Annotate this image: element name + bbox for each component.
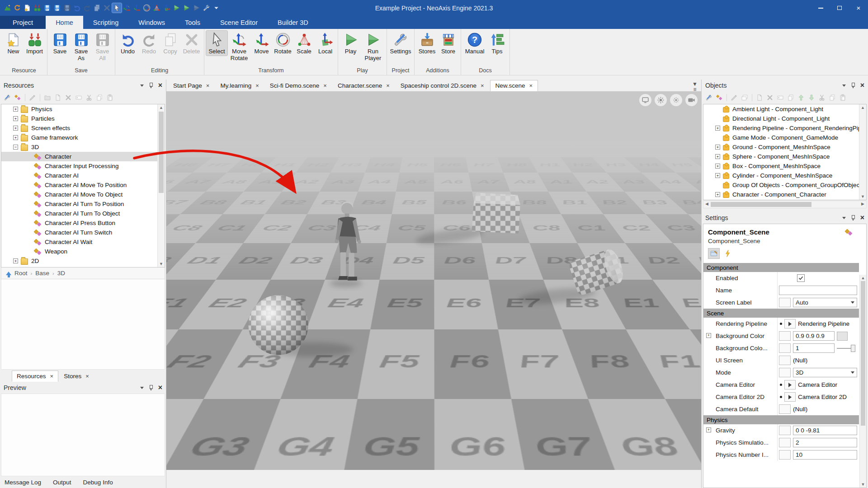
tab-close-icon[interactable]: × [481, 82, 484, 89]
resource-tree-item[interactable]: Character AI Wait [1, 237, 165, 247]
resource-types-icon[interactable] [715, 93, 724, 102]
resource-tree-item[interactable]: Weapon [1, 247, 165, 256]
object-tree-item[interactable]: Ambient Light - Component_Light [703, 104, 866, 114]
refresh-icon[interactable] [13, 3, 22, 13]
move-rotate-button[interactable]: Move Rotate [227, 31, 251, 62]
object-tree-item[interactable]: Directional Light - Component_Light [703, 114, 866, 123]
resource-tree-item[interactable]: Character Input Processing [1, 161, 165, 171]
events-tab-button[interactable] [722, 248, 734, 259]
tab-close-icon[interactable]: × [50, 373, 54, 380]
undo-icon[interactable] [72, 3, 82, 13]
expander-icon[interactable]: + [715, 173, 720, 178]
panel-close-icon[interactable]: × [158, 82, 162, 89]
stores-button[interactable]: Stores [416, 31, 438, 56]
resource-tree-item[interactable]: Character AI Turn Switch [1, 228, 165, 237]
default-value-box[interactable] [779, 438, 791, 447]
resource-tree-item[interactable]: − 3D [1, 142, 165, 152]
tab-close-icon[interactable]: × [323, 82, 327, 89]
save-as-icon[interactable] [52, 3, 62, 13]
import-icon[interactable] [33, 3, 42, 13]
pin-icon[interactable] [851, 83, 855, 88]
copy-icon[interactable] [92, 3, 102, 13]
clone-icon[interactable] [786, 93, 795, 102]
tab-close-icon[interactable]: × [85, 373, 89, 380]
resource-tree-item[interactable]: + Screen effects [1, 123, 165, 133]
cut-icon[interactable] [817, 93, 826, 102]
save-as-button[interactable]: Save As [71, 31, 92, 62]
tab-close-icon[interactable]: × [386, 82, 390, 89]
expander-icon[interactable]: + [13, 258, 18, 263]
object-tree-item[interactable]: + Rendering Pipeline - Component_Renderi… [703, 123, 866, 133]
go-to-reference-button[interactable] [784, 392, 796, 402]
scale-button[interactable]: Scale [293, 31, 315, 56]
doc-tab-resources[interactable]: Resources× [12, 371, 58, 382]
editor-tab[interactable]: New.scene× [490, 80, 538, 91]
select-tool-icon[interactable] [112, 3, 122, 13]
local-tool-icon[interactable] [162, 3, 171, 13]
breadcrumb-base[interactable]: Base [35, 270, 49, 277]
panel-close-icon[interactable]: × [158, 384, 162, 391]
save-all-button[interactable]: Save All [92, 31, 113, 62]
run-player-button[interactable]: Run Player [361, 31, 385, 62]
cut-icon[interactable] [85, 93, 94, 102]
object-tree-item[interactable]: + Box - Component_MeshInSpace [703, 161, 866, 171]
resource-tree-item[interactable]: Character AI Turn To Position [1, 199, 165, 209]
menu-scripting[interactable]: Scripting [83, 16, 128, 29]
object-tree-item[interactable]: + Character - Component_Character [703, 190, 866, 199]
breadcrumb-root[interactable]: Root [14, 270, 28, 277]
editor-tab[interactable]: My.learning× [215, 80, 264, 91]
delete-button[interactable]: Delete [181, 31, 202, 56]
play-alt-icon[interactable] [182, 3, 191, 13]
play-button[interactable]: Play [340, 31, 361, 56]
section-physics[interactable]: Physics [703, 415, 859, 424]
navigate-up-icon[interactable] [6, 272, 11, 275]
save-all-icon[interactable] [62, 3, 72, 13]
expander-icon[interactable]: + [715, 164, 720, 169]
default-value-box[interactable] [779, 404, 791, 414]
resource-tree-item[interactable]: + 2D [1, 256, 165, 266]
name-input[interactable] [779, 286, 857, 295]
panel-close-icon[interactable]: × [860, 82, 864, 89]
menu-builder-3d[interactable]: Builder 3D [268, 16, 318, 29]
new-button[interactable]: New [3, 31, 24, 56]
rename-icon[interactable] [776, 93, 785, 102]
manual-button[interactable]: ?Manual [463, 31, 486, 56]
resource-tree-item[interactable]: Character AI Move To Object [1, 190, 165, 199]
tools-icon[interactable] [3, 93, 12, 102]
gravity-input[interactable]: 0 0 -9.81 [793, 426, 857, 435]
brightness-button[interactable] [655, 94, 667, 106]
builder-tools-icon[interactable] [202, 3, 211, 13]
new-object-icon[interactable] [755, 93, 764, 102]
play-icon[interactable] [172, 3, 181, 13]
tools-icon[interactable] [704, 93, 713, 102]
menu-scene-editor[interactable]: Scene Editor [210, 16, 268, 29]
editor-tab[interactable]: Character.scene× [333, 80, 395, 91]
menu-project[interactable]: Project [0, 16, 46, 29]
value-slider[interactable] [837, 345, 855, 352]
panel-menu-icon[interactable] [842, 217, 846, 219]
default-value-box[interactable] [779, 298, 791, 307]
editor-tab[interactable]: Sci-fi Demo.scene× [265, 80, 332, 91]
tab-close-icon[interactable]: × [255, 82, 259, 89]
expander-icon[interactable]: + [715, 126, 720, 131]
resource-tree-item[interactable]: Character AI Move To Position [1, 180, 165, 190]
resources-scrollbar[interactable]: ▲▼ [157, 104, 165, 267]
paste-icon[interactable] [838, 93, 847, 102]
default-value-box[interactable] [779, 356, 791, 365]
rename-icon[interactable] [74, 93, 83, 102]
resource-tree-item[interactable]: Character [1, 152, 165, 161]
object-tree-item[interactable]: + Ground - Component_MeshInSpace [703, 142, 866, 152]
tab-close-icon[interactable]: × [529, 82, 533, 89]
default-value-box[interactable] [779, 368, 791, 377]
copy-icon[interactable] [95, 93, 104, 102]
resource-tree-item[interactable]: Character AI Turn To Object [1, 209, 165, 218]
tab-list-icon[interactable]: ▼≡ [692, 81, 698, 92]
pin-icon[interactable] [149, 385, 153, 390]
new-resource-icon[interactable] [53, 93, 62, 102]
edit-icon[interactable] [730, 93, 739, 102]
display-mode-button[interactable] [639, 94, 651, 106]
default-value-box[interactable] [779, 426, 791, 435]
editor-tab[interactable]: Spaceship control 2D.scene× [396, 80, 489, 91]
editor-tab[interactable]: Start Page× [168, 80, 214, 91]
copy-icon[interactable] [828, 93, 837, 102]
